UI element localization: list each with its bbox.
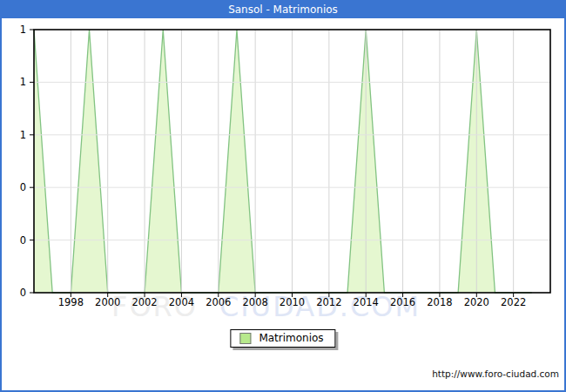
svg-text:2018: 2018	[427, 296, 452, 308]
legend-swatch	[239, 333, 251, 344]
svg-text:2012: 2012	[316, 296, 341, 308]
svg-text:1998: 1998	[58, 296, 84, 308]
svg-text:2002: 2002	[131, 296, 157, 308]
svg-text:2008: 2008	[243, 296, 268, 308]
svg-text:2016: 2016	[390, 296, 415, 308]
svg-text:2010: 2010	[280, 296, 305, 308]
chart-title: Sansol - Matrimonios	[228, 3, 338, 16]
legend-label: Matrimonios	[259, 332, 323, 344]
svg-text:0: 0	[20, 234, 26, 247]
svg-text:2000: 2000	[95, 296, 120, 308]
svg-text:0: 0	[20, 181, 26, 193]
footer-url: http://www.foro-ciudad.com	[432, 368, 559, 379]
svg-text:2020: 2020	[464, 296, 489, 308]
svg-text:2004: 2004	[169, 296, 194, 308]
chart-window: Sansol - Matrimonios FORO CIUDAD.COM 199…	[0, 0, 566, 392]
svg-text:1: 1	[20, 76, 26, 88]
chart-title-bar: Sansol - Matrimonios	[2, 2, 564, 18]
svg-text:1: 1	[20, 24, 26, 36]
svg-text:1: 1	[20, 129, 26, 141]
legend: Matrimonios	[230, 329, 335, 348]
svg-text:2014: 2014	[354, 296, 379, 308]
svg-text:0: 0	[20, 287, 26, 299]
svg-text:2022: 2022	[501, 296, 526, 308]
svg-text:2006: 2006	[206, 296, 231, 308]
